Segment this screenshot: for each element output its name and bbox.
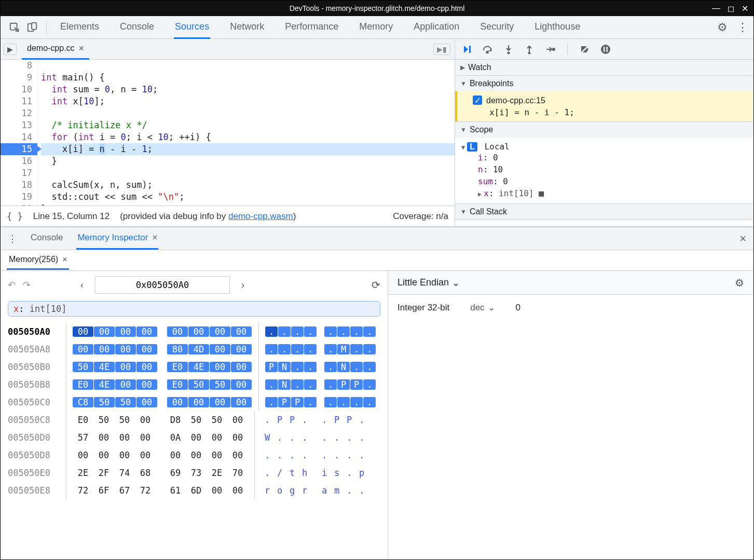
memory-hex-bytes: 570000000A000000 bbox=[73, 432, 248, 443]
memory-row[interactable]: 005050B8 E04E0000E0505000 .N...PP. bbox=[8, 376, 380, 393]
pretty-print-icon[interactable]: { } bbox=[7, 211, 23, 222]
kebab-menu-icon[interactable]: ⋮ bbox=[737, 21, 748, 34]
drawer-kebab-icon[interactable]: ⋮ bbox=[8, 233, 17, 244]
resume-icon[interactable] bbox=[461, 44, 473, 55]
call-stack-label: Call Stack bbox=[470, 207, 507, 216]
call-stack-section[interactable]: ▼Call Stack bbox=[455, 204, 753, 220]
memory-ascii: .N...PP. bbox=[265, 379, 376, 390]
memory-row[interactable]: 005050E8 726F6772616D0000 rogram.. bbox=[8, 482, 380, 499]
step-out-icon[interactable] bbox=[524, 44, 535, 55]
tab-sources[interactable]: Sources bbox=[174, 16, 210, 39]
memory-row[interactable]: 005050C0 C850500000000000 .PP..... bbox=[8, 393, 380, 411]
value-interpretation-row: Integer 32-bit dec⌄ 0 bbox=[388, 295, 753, 320]
breakpoint-item[interactable]: ✓demo-cpp.cc:15 x[i] = n - i - 1; bbox=[455, 91, 753, 121]
chevron-down-icon: ⌄ bbox=[452, 277, 460, 289]
scope-header[interactable]: ▼Scope bbox=[455, 122, 753, 138]
debug-info-provided: (provided via debug info by demo-cpp.was… bbox=[120, 211, 296, 222]
scope-local-header[interactable]: ▼L Local bbox=[461, 142, 747, 152]
memory-tab[interactable]: Memory(256) × bbox=[7, 251, 69, 270]
tab-application[interactable]: Application bbox=[413, 16, 460, 39]
breakpoints-header[interactable]: ▼Breakpoints bbox=[455, 76, 753, 91]
toolbar-separator bbox=[46, 21, 47, 34]
endian-select[interactable]: Little Endian ⌄ bbox=[397, 277, 460, 289]
window-minimize-icon[interactable]: — bbox=[712, 4, 720, 13]
chevron-right-icon: ▶ bbox=[460, 64, 465, 71]
close-drawer-tab-icon[interactable]: × bbox=[152, 233, 157, 243]
tab-memory[interactable]: Memory bbox=[358, 16, 394, 39]
code-editor[interactable]: 891011121314151617181920 int main() { in… bbox=[1, 60, 455, 206]
memory-address-input[interactable] bbox=[95, 276, 230, 294]
memory-hex-bytes: E04E0000E0505000 bbox=[73, 379, 252, 390]
memory-hex-grid[interactable]: 005050A0 0000000000000000 ........ 00505… bbox=[8, 323, 380, 499]
svg-point-7 bbox=[553, 48, 555, 50]
step-into-icon[interactable] bbox=[503, 44, 514, 55]
tab-lighthouse[interactable]: Lighthouse bbox=[533, 16, 581, 39]
scope-label: Scope bbox=[470, 125, 493, 134]
history-forward-icon[interactable]: ↷ bbox=[23, 279, 31, 291]
memory-chip-icon[interactable]: ▦ bbox=[539, 188, 544, 198]
memory-row[interactable]: 005050E0 2E2F746869732E70 ./this.p bbox=[8, 464, 380, 482]
memory-row[interactable]: 005050C8 E0505000D8505000 .PP..PP. bbox=[8, 411, 380, 429]
scope-var-sum[interactable]: sum: 0 bbox=[461, 175, 747, 187]
drawer-tab-memory-inspector[interactable]: Memory Inspector× bbox=[76, 227, 158, 250]
memory-ascii: ./this.p bbox=[261, 468, 368, 478]
wasm-link[interactable]: demo-cpp.wasm bbox=[228, 211, 293, 221]
scope-section: ▼Scope ▼L Local i: 0 n: 10 sum: 0 ▶x: in… bbox=[455, 122, 753, 204]
pause-exceptions-icon[interactable] bbox=[600, 44, 611, 55]
inspect-element-icon[interactable] bbox=[6, 19, 23, 36]
toggle-navigator-icon[interactable]: ▶ bbox=[4, 44, 17, 55]
scope-var-x[interactable]: ▶x: int[10] ▦ bbox=[461, 187, 747, 199]
memory-ascii: W....... bbox=[261, 432, 368, 443]
tab-performance[interactable]: Performance bbox=[284, 16, 339, 39]
scope-var-n[interactable]: n: 10 bbox=[461, 163, 747, 175]
device-toggle-icon[interactable] bbox=[23, 19, 41, 36]
watch-label: Watch bbox=[468, 63, 491, 72]
watch-section[interactable]: ▶Watch bbox=[455, 60, 753, 76]
memory-row[interactable]: 005050B0 504E0000E04E0000 PN...N.. bbox=[8, 358, 380, 376]
memory-row-address: 005050C8 bbox=[8, 415, 60, 425]
memory-hex-bytes: 2E2F746869732E70 bbox=[73, 468, 248, 478]
toggle-debugger-icon[interactable]: ▶▮ bbox=[433, 44, 450, 55]
refresh-icon[interactable]: ⟳ bbox=[372, 279, 380, 291]
memory-ascii: .PP..PP. bbox=[261, 415, 368, 425]
memory-row[interactable]: 005050A8 00000000804D0000 .....M.. bbox=[8, 340, 380, 358]
value-format-select[interactable]: dec⌄ bbox=[470, 302, 495, 313]
value-settings-gear-icon[interactable]: ⚙ bbox=[735, 277, 744, 289]
drawer-close-icon[interactable]: × bbox=[739, 232, 746, 245]
window-close-icon[interactable]: ✕ bbox=[742, 4, 748, 13]
page-next-icon[interactable]: › bbox=[237, 280, 249, 291]
chevron-down-icon: ▼ bbox=[460, 126, 467, 133]
memory-row[interactable]: 005050D8 0000000000000000 ........ bbox=[8, 446, 380, 464]
svg-rect-3 bbox=[469, 46, 471, 53]
memory-row[interactable]: 005050A0 0000000000000000 ........ bbox=[8, 323, 380, 340]
tab-console[interactable]: Console bbox=[119, 16, 155, 39]
devtools-toolbar: Elements Console Sources Network Perform… bbox=[1, 16, 753, 39]
drawer-tab-console[interactable]: Console bbox=[30, 227, 64, 250]
tab-elements[interactable]: Elements bbox=[59, 16, 100, 39]
memory-row[interactable]: 005050D0 570000000A000000 W....... bbox=[8, 429, 380, 446]
chevron-down-icon: ⌄ bbox=[488, 302, 495, 313]
local-badge-icon: L bbox=[467, 142, 477, 152]
memory-object-chip[interactable]: x: int[10] bbox=[8, 301, 380, 317]
memory-nav: ↶ ↷ ‹ › ⟳ bbox=[8, 276, 380, 294]
page-prev-icon[interactable]: ‹ bbox=[76, 280, 88, 291]
svg-point-6 bbox=[528, 51, 531, 54]
memory-row-address: 005050E8 bbox=[8, 485, 60, 496]
chevron-down-icon: ▼ bbox=[460, 208, 467, 215]
deactivate-breakpoints-icon[interactable] bbox=[579, 44, 591, 55]
step-over-icon[interactable] bbox=[482, 44, 493, 55]
breakpoint-checkbox[interactable]: ✓ bbox=[473, 95, 482, 105]
code-content: int main() { int sum = 0, n = 10; int x[… bbox=[38, 60, 455, 206]
settings-gear-icon[interactable]: ⚙ bbox=[717, 21, 728, 34]
close-file-tab-icon[interactable]: × bbox=[79, 43, 85, 54]
cursor-position: Line 15, Column 12 bbox=[33, 211, 109, 222]
close-memory-tab-icon[interactable]: × bbox=[62, 255, 67, 264]
step-icon[interactable] bbox=[544, 44, 556, 55]
history-back-icon[interactable]: ↶ bbox=[8, 279, 16, 291]
scope-var-i[interactable]: i: 0 bbox=[461, 152, 747, 163]
tab-network[interactable]: Network bbox=[229, 16, 265, 39]
svg-point-5 bbox=[508, 51, 510, 54]
file-tab-demo-cpp[interactable]: demo-cpp.cc × bbox=[22, 39, 89, 60]
tab-security[interactable]: Security bbox=[479, 16, 515, 39]
window-maximize-icon[interactable]: ◻ bbox=[728, 4, 734, 13]
